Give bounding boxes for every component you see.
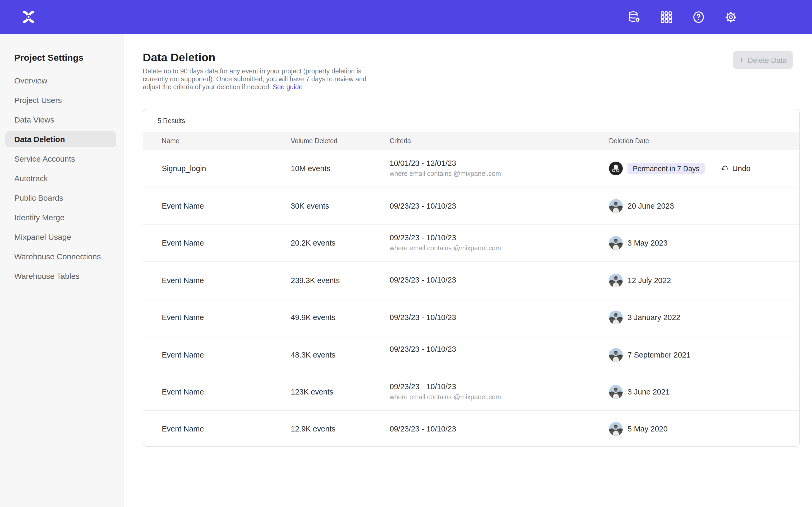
column-header-volume: Volume Deleted (291, 137, 390, 145)
sidebar-item-label: Public Boards (14, 193, 63, 202)
undo-button[interactable]: Undo (720, 164, 750, 173)
row-name: Event Name (162, 425, 204, 433)
undo-label: Undo (732, 164, 750, 173)
deleter-avatar (609, 274, 623, 287)
table-header-row: Name Volume Deleted Criteria Deletion Da… (143, 132, 799, 150)
page-description: Delete up to 90 days data for any event … (143, 68, 378, 92)
undo-arrow-icon (720, 164, 729, 173)
sidebar-item-label: Identity Merge (14, 213, 64, 222)
row-criteria: 09/23/23 - 10/10/23 (390, 425, 609, 434)
sidebar-item-label: Project Users (14, 96, 62, 105)
sidebar-item-mixpanel-usage[interactable]: Mixpanel Usage (0, 227, 124, 247)
sidebar-item-label: Service Accounts (14, 154, 75, 163)
row-volume: 48.3K events (291, 350, 336, 359)
user-photo-avatar (609, 274, 623, 287)
top-navigation-bar (0, 0, 812, 34)
deleter-avatar (609, 236, 623, 250)
deletions-table-card: 5 Results Name Volume Deleted Criteria D… (143, 109, 800, 447)
row-deletion-date: 3 June 2021 (627, 388, 670, 396)
table-row: Event Name 20.2K events 09/23/23 - 10/10… (143, 224, 799, 262)
table-row: Event Name 239.3K events 09/23/23 - 10/1… (143, 262, 799, 299)
row-deletion-date: 7 September 2021 (627, 350, 691, 359)
column-header-deletion-date: Deletion Date (609, 137, 799, 145)
row-name: Event Name (162, 239, 204, 247)
sidebar-item-service-accounts[interactable]: Service Accounts (0, 149, 124, 168)
sidebar-item-label: Warehouse Tables (14, 272, 80, 280)
row-name: Event Name (162, 202, 204, 210)
row-name: Event Name (162, 350, 204, 359)
results-count: 5 Results (143, 109, 799, 132)
column-header-criteria: Criteria (390, 137, 609, 145)
user-photo-avatar (609, 422, 623, 436)
row-criteria: 10/01/23 - 12/01/23 (390, 159, 609, 168)
deleter-avatar (609, 199, 623, 213)
sidebar-item-label: Mixpanel Usage (14, 232, 71, 241)
settings-gear-icon[interactable] (724, 10, 738, 24)
row-name: Event Name (162, 388, 204, 396)
mixpanel-logo[interactable] (21, 9, 36, 24)
row-criteria-sub: where email contains @mixpanel.com (390, 393, 609, 401)
row-name: Signup_login (162, 164, 206, 173)
row-criteria: 09/23/23 - 10/10/23 (390, 234, 609, 243)
row-criteria: 09/23/23 - 10/10/23 (390, 202, 609, 211)
row-deletion-date: 12 July 2022 (627, 276, 671, 285)
user-photo-avatar (609, 385, 623, 399)
sidebar-item-identity-merge[interactable]: Identity Merge (0, 208, 124, 227)
row-criteria: 09/23/23 - 10/10/23 (390, 313, 609, 322)
row-criteria-sub: where email contains @mixpanel.com (390, 170, 609, 178)
table-row: Event Name 49.9K events 09/23/23 - 10/10… (143, 299, 799, 336)
project-settings-sidebar: Project Settings OverviewProject UsersDa… (0, 34, 124, 507)
table-row: Event Name 48.3K events 09/23/23 - 10/10… (143, 336, 799, 373)
row-volume: 123K events (291, 388, 333, 396)
table-row: Event Name 123K events 09/23/23 - 10/10/… (143, 373, 799, 410)
table-row: Event Name 12.9K events 09/23/23 - 10/10… (143, 410, 799, 447)
sidebar-item-warehouse-connections[interactable]: Warehouse Connections (0, 247, 124, 266)
row-deletion-date: 20 June 2023 (627, 202, 674, 210)
apps-grid-icon[interactable] (659, 10, 673, 24)
deleter-avatar (609, 348, 623, 361)
help-icon[interactable] (692, 10, 706, 24)
user-photo-avatar (609, 236, 623, 250)
row-criteria: 09/23/23 - 10/10/23 (390, 382, 609, 391)
row-volume: 10M events (291, 164, 331, 173)
sidebar-item-data-deletion[interactable]: Data Deletion (0, 129, 124, 149)
sidebar-item-data-views[interactable]: Data Views (0, 110, 124, 129)
sidebar-item-overview[interactable]: Overview (0, 71, 124, 90)
sidebar-item-label: Data Views (14, 115, 54, 124)
user-photo-avatar (609, 199, 623, 213)
user-photo-avatar (609, 348, 623, 361)
sidebar-item-label: Overview (14, 76, 47, 85)
row-volume: 239.3K events (291, 276, 340, 285)
sidebar-nav-list: OverviewProject UsersData ViewsData Dele… (0, 71, 124, 286)
delete-data-button-label: Delete Data (748, 56, 786, 64)
row-deletion-date: 3 January 2022 (627, 314, 680, 322)
row-volume: 12.9K events (291, 425, 336, 433)
deleter-avatar (609, 422, 623, 436)
deleter-avatar (609, 385, 623, 399)
table-body: Signup_login 10M events 10/01/23 - 12/01… (143, 150, 799, 447)
sidebar-item-public-boards[interactable]: Public Boards (0, 188, 124, 208)
table-row: Signup_login 10M events 10/01/23 - 12/01… (143, 150, 799, 187)
delete-data-button[interactable]: + Delete Data (733, 51, 793, 69)
deleter-avatar (609, 162, 623, 175)
table-row: Event Name 30K events 09/23/23 - 10/10/2… (143, 187, 799, 224)
row-volume: 30K events (291, 202, 329, 210)
row-name: Event Name (162, 276, 204, 285)
row-deletion-date: 5 May 2020 (627, 425, 668, 433)
page-title: Data Deletion (143, 51, 215, 64)
main-content: Data Deletion Delete up to 90 days data … (124, 34, 812, 507)
sidebar-item-label: Autotrack (14, 174, 48, 183)
row-volume: 49.9K events (291, 314, 336, 322)
illustrated-avatar (609, 162, 623, 175)
sidebar-item-warehouse-tables[interactable]: Warehouse Tables (0, 266, 124, 286)
row-volume: 20.2K events (291, 239, 336, 247)
data-management-icon[interactable] (627, 10, 641, 24)
sidebar-item-autotrack[interactable]: Autotrack (0, 168, 124, 188)
page-description-text: Delete up to 90 days data for any event … (143, 68, 366, 91)
sidebar-item-label: Data Deletion (14, 135, 65, 144)
user-photo-avatar (609, 311, 623, 325)
permanence-badge: Permanent in 7 Days (627, 163, 705, 174)
see-guide-link[interactable]: See guide (273, 84, 303, 91)
sidebar-item-project-users[interactable]: Project Users (0, 90, 124, 110)
row-criteria-sub: where email contains @mixpanel.com (390, 244, 609, 253)
